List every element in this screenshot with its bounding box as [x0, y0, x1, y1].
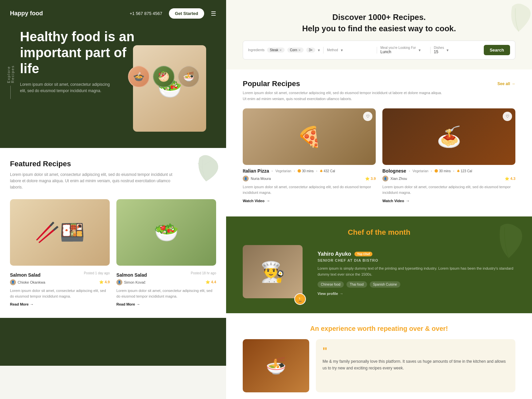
popular-card-2-time: 30 mins	[435, 169, 451, 173]
discover-headline-2: Help you to find the easiest way to cook…	[243, 23, 515, 34]
menu-icon[interactable]: ☰	[211, 10, 216, 17]
featured-card-1-posted: Posted 1 day ago	[84, 271, 110, 275]
search-divider-2	[377, 47, 377, 54]
popular-card-2-heart[interactable]: ♡	[503, 112, 512, 121]
discover-section: Discover 1000+ Recipes. Help you to find…	[226, 0, 532, 69]
ingredients-label: Ingredients	[248, 48, 264, 52]
more-tag[interactable]: 3+	[306, 48, 315, 53]
search-divider-1	[323, 47, 324, 54]
popular-card-1-heart[interactable]: ♡	[363, 112, 372, 121]
chevron-down-icon-3[interactable]: ▾	[419, 48, 421, 53]
meal-label: Meal you're Looking For	[380, 46, 416, 50]
meal-value: Lunch	[380, 50, 416, 54]
method-label: Method	[327, 48, 338, 52]
popular-card-2-info: Bolognese Vegetarian 30 mins 123 Cal	[382, 165, 515, 206]
featured-card-2-posted: Posted 18 hr ago	[191, 271, 216, 275]
featured-section: Featured Recipes Lorem ipsum dolor sit a…	[0, 148, 226, 318]
experience-section: An experience worth repeating over & ove…	[226, 313, 532, 399]
popular-card-1-avatar: 👤	[243, 176, 249, 182]
watch-arrow-1: →	[266, 199, 270, 203]
popular-card-2-avatar: 👤	[382, 176, 388, 182]
popular-card-2-name: Bolognese	[382, 168, 406, 174]
view-profile-link[interactable]: View profile →	[318, 292, 515, 296]
chevron-down-icon[interactable]: ▾	[318, 48, 320, 53]
popular-desc: Lorem ipsum dolor sit amet, consectetur …	[243, 90, 442, 102]
popular-card-2-rating: ⭐ 4.3	[505, 177, 515, 181]
chevron-down-icon-4[interactable]: ▾	[447, 48, 449, 53]
popular-card-1-author: Nuria Moura	[251, 177, 271, 181]
steak-tag-close[interactable]: ✕	[279, 49, 282, 52]
featured-card-2-author: 👤 Simon Kovač	[116, 279, 146, 285]
chef-tag-2: Thai food	[346, 281, 367, 288]
phone-number: +1 567 875 4567	[130, 11, 162, 16]
featured-card-2-name: Salmon Salad	[116, 272, 147, 278]
chef-tag-1: Chinese food	[318, 281, 344, 288]
hero-food-image: 🥗	[133, 45, 206, 132]
chef-name: Yahiro Ayuko	[318, 251, 351, 257]
steak-tag[interactable]: Steak ✕	[267, 48, 285, 53]
popular-header: Popular Recipes See all →	[243, 79, 515, 88]
popular-card-2-tag: Vegetarian	[413, 169, 429, 173]
featured-card-2-body: Lorem ipsum dolor sit amet, consectetur …	[116, 288, 216, 300]
popular-card-2-body: Lorem ipsum dolor sit amet, consectetur …	[382, 184, 515, 195]
popular-card-1-info: Italian Pizza Vegetarian 30 mins 432 Cal	[243, 165, 376, 206]
meal-group: Meal you're Looking For Lunch ▾	[380, 46, 427, 54]
featured-card-1-name: Salmon Salad	[10, 272, 41, 278]
featured-desc: Lorem ipsum dolor sit amet, consectetur …	[10, 172, 176, 191]
search-button[interactable]: Search	[484, 45, 510, 55]
popular-card-2-image: 🍝 ♡	[382, 108, 515, 165]
chef-info: Yahiro Ayuko Top Chef Senior Chef at Dia…	[318, 251, 515, 296]
chevron-down-icon-2[interactable]: ▾	[341, 48, 343, 53]
featured-card-1-rating: ⭐ 4.9	[99, 280, 110, 284]
popular-card-1-rating: ⭐ 3.9	[365, 177, 376, 181]
experience-image: 🍜	[243, 339, 309, 392]
chef-name-row: Yahiro Ayuko Top Chef	[318, 251, 515, 257]
featured-card-1: 🥢🍱 Salmon Salad Posted 1 day ago 👤 Chiok…	[10, 199, 110, 306]
popular-card-1-time: 30 mins	[298, 169, 314, 173]
chef-bio: Lorem ipsum is simply dummy text of the …	[318, 266, 515, 277]
popular-card-1-author-row: 👤 Nuria Moura ⭐ 3.9	[243, 176, 376, 182]
watch-video-1[interactable]: Watch Video →	[243, 199, 376, 203]
dishes-label: Dishes	[434, 46, 444, 50]
watch-arrow-2: →	[406, 199, 410, 203]
testimonial-text: Me & my family personally love this plat…	[323, 358, 509, 371]
chef-badge-tag: Top Chef	[354, 252, 372, 256]
hero-title: Healthy food is an important part of lif…	[20, 29, 136, 76]
featured-card-2: 🥗 Salmon Salad Posted 18 hr ago 👤 Simon …	[116, 199, 216, 306]
get-started-button[interactable]: Get Started	[169, 8, 204, 19]
clock-icon-1	[298, 169, 301, 173]
fire-icon-1	[320, 169, 323, 173]
method-group: Method ▾	[327, 48, 373, 53]
see-all-link[interactable]: See all →	[497, 81, 515, 86]
chef-section: Chef of the month 👨‍🍳 🏆 Yahiro Ayuko Top…	[226, 216, 532, 313]
clock-icon-2	[435, 169, 438, 173]
chef-role: Senior Chef at Dia Bistro	[318, 258, 515, 262]
dot-5	[431, 171, 432, 172]
chef-leaf-deco	[492, 220, 525, 261]
featured-recipe-cards: 🥢🍱 Salmon Salad Posted 1 day ago 👤 Chiok…	[10, 199, 216, 306]
popular-section: Popular Recipes See all → Lorem ipsum do…	[226, 69, 532, 216]
watch-video-2[interactable]: Watch Video →	[382, 199, 515, 203]
popular-card-1-body: Lorem ipsum dolor sit amet, consectetur …	[243, 184, 376, 195]
popular-card-1-cal: 432 Cal	[320, 169, 335, 173]
experience-testimonial: " Me & my family personally love this pl…	[316, 339, 515, 392]
chef-specialty-tags: Chinese food Thai food Spanish Cuisine	[318, 281, 515, 288]
dot-3	[316, 171, 317, 172]
chef-photo: 👨‍🍳	[243, 245, 303, 298]
dishes-value: 15	[434, 50, 444, 54]
featured-card-2-read-more[interactable]: Read More →	[116, 302, 216, 306]
chef-photo-wrap: 👨‍🍳 🏆	[243, 245, 309, 302]
dot-1	[272, 171, 273, 172]
featured-card-1-read-more[interactable]: Read More →	[10, 302, 110, 306]
fire-icon-2	[457, 169, 460, 173]
site-logo: Happy food	[10, 10, 43, 17]
leaf-decoration	[186, 151, 226, 185]
corn-tag[interactable]: Corn ✕	[287, 48, 304, 53]
corn-tag-close[interactable]: ✕	[298, 49, 301, 52]
hero-subtitle: Lorem ipsum dolor sit amet, consectetur …	[20, 81, 113, 94]
bottom-light-section	[0, 366, 226, 399]
explore-recipes-label[interactable]: Explore Recipes	[7, 59, 15, 99]
popular-card-2-cal: 123 Cal	[457, 169, 472, 173]
popular-card-2-author: Xian Zhou	[390, 177, 407, 181]
featured-title: Featured Recipes	[10, 160, 216, 168]
